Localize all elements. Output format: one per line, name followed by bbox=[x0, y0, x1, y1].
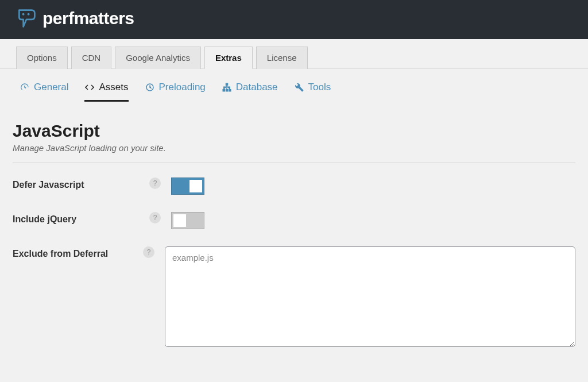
toggle-knob bbox=[173, 214, 186, 227]
toggle-knob bbox=[189, 180, 202, 192]
divider bbox=[13, 162, 575, 163]
subtab-label: General bbox=[34, 82, 68, 93]
tab-extras[interactable]: Extras bbox=[204, 47, 253, 69]
tab-options[interactable]: Options bbox=[16, 47, 68, 69]
wrench-icon bbox=[294, 82, 304, 92]
toggle-defer-javascript[interactable] bbox=[171, 178, 204, 195]
section-title: JavaScript bbox=[13, 121, 575, 141]
subtab-label: Database bbox=[236, 82, 278, 93]
svg-rect-5 bbox=[226, 90, 227, 91]
field-defer-javascript: Defer Javascript ? bbox=[13, 178, 575, 195]
svg-rect-6 bbox=[229, 90, 231, 91]
tab-google-analytics[interactable]: Google Analytics bbox=[115, 47, 201, 69]
tab-license[interactable]: License bbox=[256, 47, 308, 69]
subtab-tools[interactable]: Tools bbox=[294, 82, 331, 102]
content-area: JavaScript Manage JavaScript loading on … bbox=[0, 102, 588, 347]
svg-rect-3 bbox=[226, 83, 227, 85]
subtab-label: Tools bbox=[308, 82, 331, 93]
field-label: Defer Javascript bbox=[13, 178, 149, 190]
field-label: Include jQuery bbox=[13, 212, 149, 225]
main-tabs: Options CDN Google Analytics Extras Lice… bbox=[0, 39, 588, 69]
subtab-assets[interactable]: Assets bbox=[84, 82, 128, 102]
code-icon bbox=[84, 82, 95, 92]
subtab-preloading[interactable]: Preloading bbox=[145, 82, 206, 102]
help-icon[interactable]: ? bbox=[143, 246, 154, 258]
subtab-label: Assets bbox=[99, 82, 128, 93]
header-bar: perfmatters bbox=[0, 0, 588, 39]
help-icon[interactable]: ? bbox=[149, 212, 161, 223]
section-description: Manage JavaScript loading on your site. bbox=[13, 143, 575, 153]
logo-icon bbox=[16, 8, 37, 29]
field-label: Exclude from Deferral bbox=[13, 246, 143, 259]
help-icon[interactable]: ? bbox=[149, 178, 161, 189]
subtab-label: Preloading bbox=[159, 82, 206, 93]
clock-icon bbox=[145, 82, 155, 92]
field-include-jquery: Include jQuery ? bbox=[13, 212, 575, 229]
exclude-textarea[interactable] bbox=[165, 246, 575, 347]
svg-point-1 bbox=[28, 13, 30, 16]
sitemap-icon bbox=[222, 82, 232, 92]
toggle-include-jquery[interactable] bbox=[171, 212, 204, 229]
dashboard-icon bbox=[20, 82, 30, 92]
subtab-general[interactable]: General bbox=[20, 82, 68, 102]
subtab-database[interactable]: Database bbox=[222, 82, 278, 102]
svg-rect-4 bbox=[223, 90, 225, 91]
sub-tabs: General Assets Preloading Database Tools bbox=[0, 69, 588, 102]
svg-point-0 bbox=[22, 13, 25, 16]
tab-cdn[interactable]: CDN bbox=[71, 47, 112, 69]
field-exclude-from-deferral: Exclude from Deferral ? bbox=[13, 246, 575, 347]
brand-name: perfmatters bbox=[42, 9, 134, 28]
